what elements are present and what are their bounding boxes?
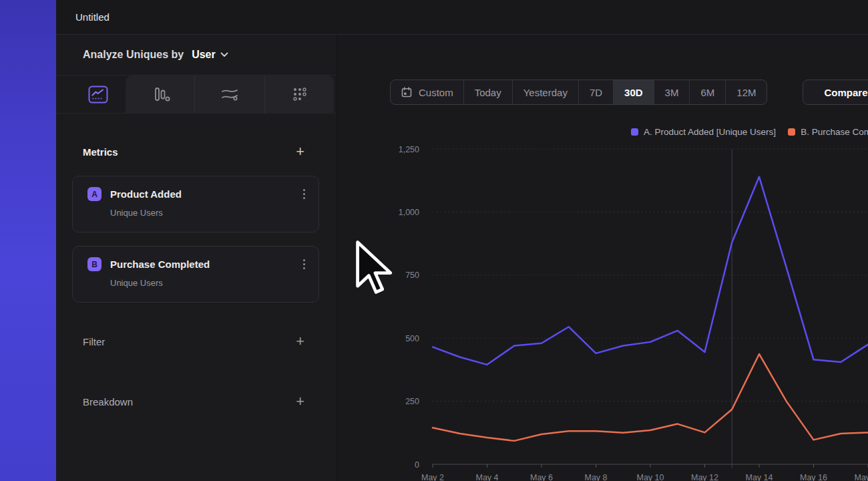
svg-text:1,000: 1,000 bbox=[399, 208, 419, 217]
flows-icon bbox=[220, 86, 240, 104]
tab-flows[interactable] bbox=[194, 75, 264, 114]
metric-badge: B bbox=[87, 257, 101, 271]
svg-text:750: 750 bbox=[405, 271, 419, 280]
kebab-menu-icon[interactable] bbox=[302, 257, 306, 272]
line-chart-icon bbox=[88, 86, 108, 104]
dots-grid-icon bbox=[289, 86, 309, 104]
range-label: Custom bbox=[419, 87, 453, 98]
chart-plot[interactable]: 02505007501,0001,250May 2May 4May 6May 8… bbox=[337, 114, 868, 481]
svg-text:0: 0 bbox=[415, 460, 419, 470]
left-gradient-strip bbox=[0, 0, 56, 481]
analyze-entity-value: User bbox=[192, 49, 216, 61]
metric-card[interactable]: AProduct AddedUnique Users bbox=[72, 176, 319, 232]
svg-text:May 6: May 6 bbox=[530, 473, 553, 481]
metric-badge: A bbox=[87, 187, 101, 201]
svg-text:May 18: May 18 bbox=[855, 473, 868, 481]
bar-chart-icon bbox=[150, 86, 170, 104]
range-label: 12M bbox=[736, 87, 756, 98]
range-7d[interactable]: 7D bbox=[578, 80, 613, 104]
calendar-icon bbox=[401, 86, 413, 98]
analyze-label: Analyze Uniques by bbox=[83, 49, 184, 61]
analyze-entity-dropdown[interactable]: User bbox=[192, 49, 228, 61]
svg-text:1,250: 1,250 bbox=[399, 145, 419, 154]
range-label: 6M bbox=[700, 87, 714, 98]
kebab-menu-icon[interactable] bbox=[302, 186, 306, 202]
app-window: Untitled Analyze Uniques by User bbox=[0, 0, 868, 481]
sidebar: Analyze Uniques by User bbox=[56, 35, 337, 481]
range-today[interactable]: Today bbox=[463, 80, 512, 104]
document-title[interactable]: Untitled bbox=[75, 11, 110, 23]
svg-text:May 12: May 12 bbox=[691, 473, 718, 481]
range-label: 30D bbox=[624, 87, 643, 98]
metric-subtitle: Unique Users bbox=[110, 208, 306, 218]
tab-line-chart[interactable] bbox=[72, 75, 124, 114]
svg-text:May 10: May 10 bbox=[637, 473, 664, 481]
svg-text:May 8: May 8 bbox=[584, 473, 607, 481]
metric-title: Product Added bbox=[110, 188, 182, 200]
compare-button[interactable]: Compare bbox=[803, 79, 868, 105]
range-label: 7D bbox=[590, 87, 602, 98]
range-custom[interactable]: Custom bbox=[391, 80, 463, 104]
svg-text:May 4: May 4 bbox=[475, 473, 498, 481]
svg-text:May 2: May 2 bbox=[421, 473, 444, 481]
chevron-down-icon bbox=[220, 52, 228, 57]
topbar: Untitled bbox=[56, 0, 868, 35]
filter-header: Filter + bbox=[56, 331, 337, 351]
tab-strip bbox=[126, 75, 334, 114]
analyze-row: Analyze Uniques by User bbox=[56, 35, 337, 75]
add-filter-button[interactable]: + bbox=[296, 334, 304, 349]
svg-text:250: 250 bbox=[405, 397, 419, 406]
range-label: Today bbox=[475, 87, 501, 98]
range-label: Yesterday bbox=[523, 87, 568, 98]
breakdown-label: Breakdown bbox=[83, 396, 133, 408]
range-12m[interactable]: 12M bbox=[725, 80, 767, 104]
svg-text:500: 500 bbox=[405, 334, 419, 343]
svg-text:May 16: May 16 bbox=[800, 473, 827, 481]
add-breakdown-button[interactable]: + bbox=[296, 394, 304, 409]
breakdown-header: Breakdown + bbox=[56, 391, 337, 412]
range-6m[interactable]: 6M bbox=[689, 80, 725, 104]
range-label: 3M bbox=[665, 87, 679, 98]
metrics-label: Metrics bbox=[83, 146, 118, 158]
metric-card[interactable]: BPurchase CompletedUnique Users bbox=[72, 246, 319, 303]
range-3m[interactable]: 3M bbox=[654, 80, 690, 104]
metric-title: Purchase Completed bbox=[110, 259, 210, 270]
tab-retention[interactable] bbox=[264, 75, 334, 114]
add-metric-button[interactable]: + bbox=[296, 144, 304, 159]
range-30d[interactable]: 30D bbox=[613, 80, 654, 104]
filter-label: Filter bbox=[83, 336, 105, 347]
tab-bar-chart[interactable] bbox=[126, 75, 194, 114]
metrics-header: Metrics + bbox=[56, 142, 337, 162]
date-range-segmented-control: CustomTodayYesterday7D30D3M6M12M bbox=[390, 79, 767, 105]
range-yesterday[interactable]: Yesterday bbox=[512, 80, 578, 104]
svg-text:May 14: May 14 bbox=[746, 473, 773, 481]
chart-type-tabs bbox=[56, 75, 337, 114]
metric-subtitle: Unique Users bbox=[110, 278, 306, 288]
